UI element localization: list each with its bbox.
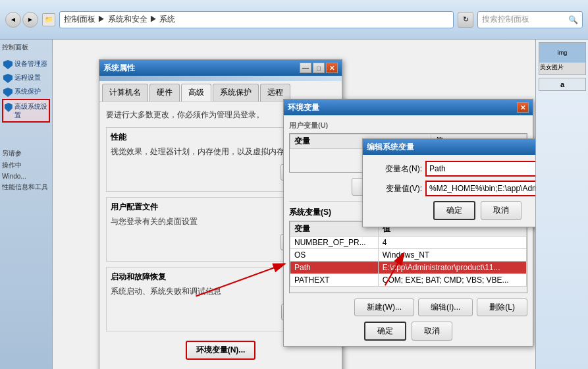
left-sidebar: 控制面板 设备管理器 远程设置 系统保护 高级系统设置 另请参 操作中 Wind…: [0, 40, 53, 369]
sys-var-row[interactable]: PATHEXTCOM; EXE; BAT; CMD; VBS; VBE...: [290, 274, 527, 287]
sidebar-item-remote[interactable]: 远程设置: [2, 71, 50, 85]
sys-vars-buttons: 新建(W)... 编辑(I)... 删除(L): [289, 298, 527, 316]
sidebar-section-label: 控制面板: [2, 43, 50, 52]
sys-props-maximize-btn[interactable]: □: [313, 63, 325, 73]
right-sidebar: img 美女图片 a: [535, 40, 588, 369]
sys-props-titlebar-buttons: — □ ✕: [300, 63, 338, 73]
sidebar-item-advanced-label: 高级系统设置: [14, 102, 47, 119]
env-ok-btn[interactable]: 确定: [364, 322, 406, 341]
search-bar[interactable]: 搜索控制面板 🔍: [477, 11, 583, 28]
search-placeholder: 搜索控制面板: [482, 14, 529, 25]
sys-vars-table: 变量 值 NUMBER_OF_PR...4OSWindows_NTPathE:\…: [290, 221, 527, 287]
sys-var-row[interactable]: NUMBER_OF_PR...4: [290, 237, 527, 249]
thumb-img-1: img: [539, 43, 585, 63]
dialog-accent-bar: [99, 76, 342, 81]
var-name-row: 变量名(N):: [369, 161, 535, 176]
env-main-buttons: 确定 取消: [289, 322, 527, 341]
env-vars-close-btn[interactable]: ✕: [517, 102, 529, 113]
edit-var-buttons: 确定 取消: [369, 201, 535, 220]
sys-delete-btn[interactable]: 删除(L): [477, 298, 527, 316]
address-text: 控制面板 ▶ 系统和安全 ▶ 系统: [64, 14, 175, 25]
forward-button[interactable]: ►: [22, 12, 38, 28]
sys-edit-btn[interactable]: 编辑(I)...: [418, 298, 473, 316]
env-vars-title: 环境变量: [288, 102, 517, 113]
sys-var-cell-value: E:\app\Administrator\product\11...: [378, 262, 526, 274]
thumb-item-2[interactable]: a: [539, 78, 586, 91]
edit-ok-btn[interactable]: 确定: [433, 201, 475, 220]
sys-var-cell-value: Windows_NT: [378, 249, 526, 262]
browser-chrome: ◄ ► 📁 控制面板 ▶ 系统和安全 ▶ 系统 ↻ 搜索控制面板 🔍: [0, 0, 588, 40]
env-vars-btn[interactable]: 环境变量(N)...: [186, 341, 256, 360]
protect-icon: [3, 88, 13, 97]
main-area: 控制面板 设备管理器 远程设置 系统保护 高级系统设置 另请参 操作中 Wind…: [0, 40, 588, 369]
edit-var-dialog: 编辑系统变量 ✕ 变量名(N): 变量值(V): 确定 取消: [362, 138, 535, 227]
sidebar-item-protect[interactable]: 系统保护: [2, 85, 50, 99]
remote-icon: [3, 74, 13, 83]
thumb-label-2: a: [560, 80, 564, 88]
sys-var-cell-value: COM; EXE; BAT; CMD; VBS; VBE...: [378, 274, 526, 287]
env-cancel-btn[interactable]: 取消: [412, 322, 452, 341]
nav-buttons: ◄ ►: [5, 12, 38, 28]
tab-hardware[interactable]: 硬件: [149, 84, 180, 101]
thumb-item-1[interactable]: img 美女图片: [539, 42, 586, 75]
edit-var-title: 编辑系统变量: [367, 142, 535, 153]
device-icon: [3, 60, 13, 69]
sys-var-cell-name: OS: [290, 249, 379, 262]
sidebar-extra: 另请参 操作中 Windo... 性能信息和工具: [2, 149, 50, 192]
sys-var-row[interactable]: OSWindows_NT: [290, 249, 527, 262]
sidebar-extra-4: 性能信息和工具: [2, 183, 50, 192]
tab-computer-name[interactable]: 计算机名: [102, 84, 148, 101]
folder-icon: 📁: [42, 13, 55, 26]
sidebar-item-advanced[interactable]: 高级系统设置: [2, 99, 50, 123]
sidebar-extra-3: Windo...: [2, 173, 50, 180]
search-icon: 🔍: [568, 15, 578, 24]
center-panel: 系统属性 — □ ✕ 计算机名 硬件 高级 系统保护 远程 要进行大多数更改，你…: [53, 40, 535, 369]
tab-advanced[interactable]: 高级: [181, 84, 211, 101]
sys-props-title: 系统属性: [103, 63, 300, 74]
sys-var-cell-name: NUMBER_OF_PR...: [290, 237, 379, 249]
sys-props-close-btn[interactable]: ✕: [326, 63, 338, 73]
var-name-label: 变量名(N):: [369, 163, 422, 175]
sys-var-cell-value: 4: [378, 237, 526, 249]
back-button[interactable]: ◄: [5, 12, 21, 28]
sidebar-item-protect-label: 系统保护: [14, 87, 41, 96]
user-vars-label: 用户变量(U): [289, 121, 527, 130]
var-name-input[interactable]: [426, 161, 535, 176]
edit-var-content: 变量名(N): 变量值(V): 确定 取消: [363, 155, 535, 227]
sidebar-item-remote-label: 远程设置: [14, 73, 41, 82]
edit-cancel-btn[interactable]: 取消: [481, 201, 521, 220]
address-bar[interactable]: 控制面板 ▶ 系统和安全 ▶ 系统: [59, 11, 454, 28]
sidebar-item-device[interactable]: 设备管理器: [2, 57, 50, 71]
sys-var-row[interactable]: PathE:\app\Administrator\product\11...: [290, 262, 527, 274]
refresh-button[interactable]: ↻: [458, 12, 473, 28]
var-value-label: 变量值(V):: [369, 183, 422, 194]
sys-props-minimize-btn[interactable]: —: [300, 63, 311, 73]
sidebar-item-device-label: 设备管理器: [14, 59, 47, 68]
edit-var-titlebar: 编辑系统变量 ✕: [363, 139, 535, 155]
sys-var-cell-name: Path: [290, 262, 379, 274]
sys-var-cell-name: PATHEXT: [290, 274, 379, 287]
var-value-row: 变量值(V):: [369, 181, 535, 196]
tab-system-protect[interactable]: 系统保护: [213, 84, 259, 101]
sys-props-titlebar: 系统属性 — □ ✕: [99, 60, 342, 76]
thumb-label-1: 美女图片: [539, 63, 585, 72]
sidebar-extra-1: 另请参: [2, 149, 50, 158]
var-value-input[interactable]: [426, 181, 535, 196]
env-vars-titlebar: 环境变量 ✕: [284, 99, 533, 115]
sys-new-btn[interactable]: 新建(W)...: [354, 298, 414, 316]
sidebar-extra-2: 操作中: [2, 161, 50, 170]
sys-vars-table-container[interactable]: 变量 值 NUMBER_OF_PR...4OSWindows_NTPathE:\…: [289, 221, 527, 293]
advanced-icon: [5, 103, 13, 112]
env-vars-titlebar-buttons: ✕: [517, 102, 529, 113]
